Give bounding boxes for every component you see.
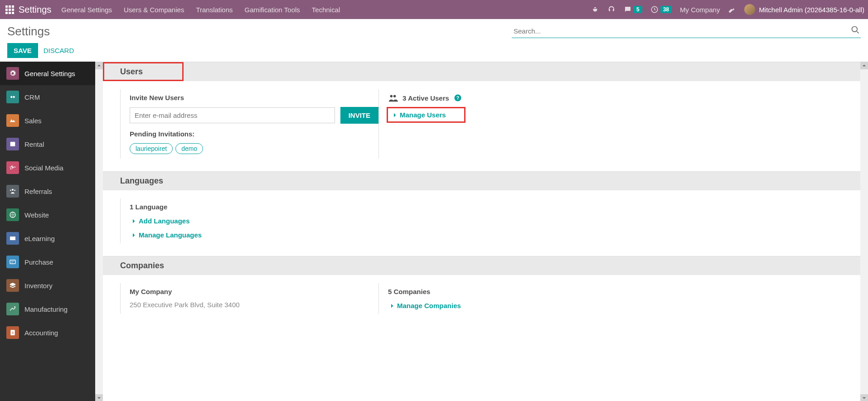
svg-text:?: ?	[456, 95, 459, 101]
pending-tag[interactable]: demo	[175, 143, 203, 154]
companies-count: 5 Companies	[388, 288, 843, 295]
pending-label: Pending Invitations:	[130, 130, 378, 138]
sidebar-item-rental[interactable]: Rental	[0, 132, 95, 156]
arrow-right-icon	[130, 218, 136, 224]
manage-languages-link[interactable]: Manage Languages	[130, 231, 378, 239]
messages-button[interactable]: 5	[624, 5, 642, 14]
nav-gamification[interactable]: Gamification Tools	[245, 6, 300, 14]
sidebar-scrollbar[interactable]	[95, 62, 103, 401]
sidebar-icon	[6, 161, 19, 174]
sidebar-icon	[6, 279, 19, 292]
settings-sidebar: General SettingsCRMSalesRentalSocial Med…	[0, 62, 95, 401]
svg-point-14	[393, 95, 396, 98]
svg-point-1	[852, 27, 858, 32]
svg-point-13	[390, 95, 393, 98]
pending-tag[interactable]: lauriepoiret	[130, 143, 173, 154]
sidebar-label: Referrals	[24, 188, 52, 195]
sidebar-item-social-media[interactable]: Social Media	[0, 156, 95, 179]
activities-badge: 38	[660, 6, 672, 13]
nav-users-companies[interactable]: Users & Companies	[124, 6, 184, 14]
sidebar-label: Social Media	[24, 164, 63, 172]
svg-point-10	[14, 306, 15, 308]
scroll-up-icon[interactable]	[860, 62, 868, 69]
save-button[interactable]: SAVE	[7, 43, 38, 58]
support-icon[interactable]	[607, 5, 616, 14]
sidebar-label: Purchase	[24, 258, 53, 266]
sidebar-item-crm[interactable]: CRM	[0, 85, 95, 109]
svg-point-5	[10, 190, 11, 191]
company-switcher[interactable]: My Company	[680, 6, 720, 14]
content-scrollbar[interactable]	[860, 62, 868, 401]
sidebar-label: eLearning	[24, 235, 55, 242]
nav-general-settings[interactable]: General Settings	[61, 6, 112, 14]
manage-users-label: Manage Users	[400, 111, 446, 119]
svg-point-4	[12, 189, 14, 191]
chat-icon	[624, 5, 632, 14]
scroll-down-icon[interactable]	[860, 394, 868, 401]
user-name: Mitchell Admin (20264385-16-0-all)	[759, 6, 864, 14]
sidebar-label: Rental	[24, 140, 44, 148]
sidebar-item-referrals[interactable]: Referrals	[0, 179, 95, 203]
invite-label: Invite New Users	[130, 94, 378, 101]
sidebar-label: CRM	[24, 93, 40, 101]
sidebar-item-elearning[interactable]: eLearning	[0, 227, 95, 250]
sidebar-icon: $	[6, 326, 19, 339]
nav-technical[interactable]: Technical	[312, 6, 340, 14]
manage-languages-label: Manage Languages	[139, 231, 202, 239]
language-count: 1 Language	[130, 203, 378, 211]
brand[interactable]: Settings	[19, 5, 51, 15]
nav-translations[interactable]: Translations	[196, 6, 233, 14]
top-nav: General Settings Users & Companies Trans…	[61, 6, 340, 14]
tools-icon[interactable]	[728, 5, 736, 14]
svg-rect-8	[10, 237, 15, 240]
sidebar-item-general-settings[interactable]: General Settings	[0, 62, 95, 85]
sidebar-icon	[6, 208, 19, 221]
svg-text:$: $	[12, 331, 14, 334]
apps-icon[interactable]	[5, 5, 14, 14]
clock-icon	[650, 5, 659, 14]
manage-users-link[interactable]: Manage Users	[388, 108, 464, 121]
sidebar-item-manufacturing[interactable]: Manufacturing	[0, 297, 95, 321]
user-menu[interactable]: Mitchell Admin (20264385-16-0-all)	[744, 4, 864, 15]
scroll-down-icon[interactable]	[95, 394, 103, 401]
sidebar-item-website[interactable]: Website	[0, 203, 95, 227]
top-right: 5 38 My Company Mitchell Admin (20264385…	[591, 4, 864, 15]
settings-content: Users Invite New Users INVITE Pending In…	[103, 62, 860, 401]
scroll-up-icon[interactable]	[95, 62, 103, 69]
sidebar-icon	[6, 232, 19, 245]
svg-rect-9	[10, 260, 15, 264]
discard-button[interactable]: DISCARD	[44, 47, 74, 54]
invite-button[interactable]: INVITE	[340, 107, 378, 124]
sidebar-icon	[6, 114, 19, 127]
active-users-count: 3 Active Users	[402, 94, 449, 102]
company-address: 250 Executive Park Blvd, Suite 3400	[130, 301, 378, 309]
messages-badge: 5	[634, 6, 642, 13]
help-icon[interactable]: ?	[454, 94, 462, 102]
invite-email-input[interactable]	[130, 107, 335, 123]
svg-point-6	[14, 190, 15, 191]
arrow-right-icon	[391, 112, 397, 118]
sidebar-icon	[6, 256, 19, 268]
section-companies-head: Companies	[103, 256, 860, 275]
bug-icon[interactable]	[591, 5, 599, 14]
sidebar-item-purchase[interactable]: Purchase	[0, 250, 95, 274]
search-input[interactable]	[512, 24, 861, 38]
sidebar-item-inventory[interactable]: Inventory	[0, 274, 95, 297]
users-icon	[388, 94, 398, 102]
page-title: Settings	[7, 24, 74, 39]
search-icon[interactable]	[851, 25, 860, 34]
sidebar-label: General Settings	[24, 70, 75, 77]
manage-companies-link[interactable]: Manage Companies	[388, 302, 843, 309]
company-name: My Company	[130, 288, 378, 295]
activities-button[interactable]: 38	[650, 5, 672, 14]
svg-rect-2	[10, 142, 15, 146]
sidebar-item-sales[interactable]: Sales	[0, 109, 95, 132]
section-users-head: Users	[103, 62, 184, 81]
topbar: Settings General Settings Users & Compan…	[0, 0, 868, 19]
avatar	[744, 4, 755, 15]
svg-point-3	[10, 168, 12, 169]
add-languages-link[interactable]: Add Languages	[130, 217, 378, 225]
sidebar-item-accounting[interactable]: $Accounting	[0, 321, 95, 344]
main: General SettingsCRMSalesRentalSocial Med…	[0, 62, 868, 401]
arrow-right-icon	[388, 303, 394, 309]
